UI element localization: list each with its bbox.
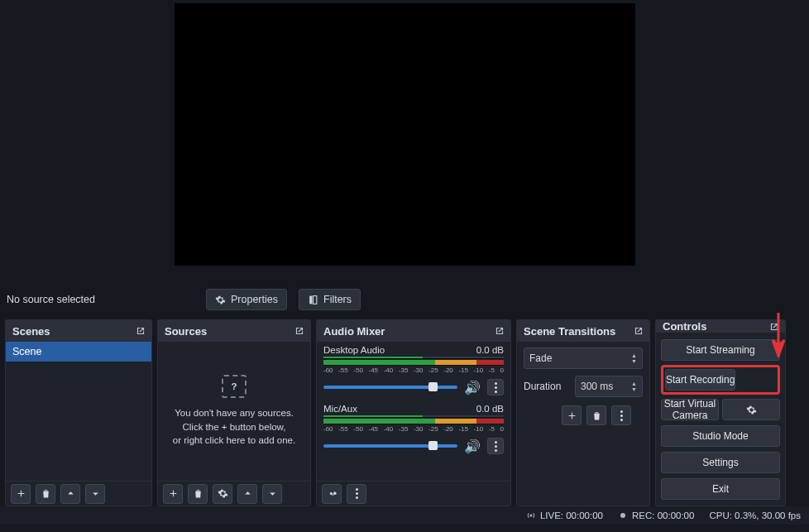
filters-button[interactable]: Filters bbox=[299, 289, 361, 310]
audio-mixer-panel: Audio Mixer Desktop Audio 0.0 dB -60-55-… bbox=[316, 319, 511, 506]
transition-select[interactable]: Fade ▲▼ bbox=[524, 347, 643, 369]
svg-rect-1 bbox=[314, 295, 317, 304]
chevron-up-icon bbox=[65, 488, 76, 499]
mixer-header: Audio Mixer bbox=[317, 320, 510, 342]
channel-level: 0.0 dB bbox=[476, 345, 504, 355]
svg-rect-0 bbox=[309, 295, 312, 304]
preview-canvas[interactable] bbox=[175, 3, 635, 266]
properties-button[interactable]: Properties bbox=[206, 289, 287, 310]
status-live: LIVE: 00:00:00 bbox=[526, 510, 603, 520]
plus-icon bbox=[567, 410, 577, 421]
audio-channel-desktop: Desktop Audio 0.0 dB -60-55-50-45-40-35-… bbox=[317, 342, 510, 400]
source-up-button[interactable] bbox=[237, 484, 257, 504]
number-spinner-icon: ▲▼ bbox=[631, 381, 637, 392]
scenes-header: Scenes bbox=[6, 320, 151, 342]
annotation-highlight: Start Recording bbox=[661, 365, 780, 395]
remove-source-button[interactable] bbox=[188, 484, 208, 504]
source-properties-button[interactable] bbox=[213, 484, 232, 504]
scene-item[interactable]: Scene bbox=[6, 342, 151, 362]
controls-panel: Controls Start Streaming Start Recording… bbox=[655, 319, 786, 506]
sources-footer bbox=[158, 481, 310, 506]
audio-channel-mic: Mic/Aux 0.0 dB -60-55-50-45-40-35-30-25-… bbox=[317, 400, 510, 459]
channel-name: Desktop Audio bbox=[323, 345, 385, 355]
audio-meter: -60-55-50-45-40-35-30-25-20-15-10-50 bbox=[323, 357, 504, 374]
start-recording-button[interactable]: Start Recording bbox=[665, 369, 735, 391]
chevron-up-icon bbox=[242, 488, 253, 499]
mixer-options-button[interactable] bbox=[347, 484, 366, 504]
select-spinner-icon: ▲▼ bbox=[631, 352, 637, 364]
start-virtual-camera-button[interactable]: Start Virtual Camera bbox=[661, 399, 719, 420]
gear-icon bbox=[218, 488, 228, 499]
speaker-icon[interactable]: 🔊 bbox=[464, 380, 481, 395]
add-transition-button[interactable] bbox=[562, 405, 582, 425]
svg-point-2 bbox=[620, 513, 625, 518]
mixer-body: Desktop Audio 0.0 dB -60-55-50-45-40-35-… bbox=[317, 342, 510, 481]
gear-icon bbox=[215, 295, 226, 305]
popout-icon[interactable] bbox=[135, 325, 146, 337]
transitions-panel: Scene Transitions Fade ▲▼ Duration 300 m… bbox=[516, 319, 650, 506]
channel-options-button[interactable] bbox=[487, 379, 504, 395]
scene-up-button[interactable] bbox=[60, 484, 80, 504]
status-bar: LIVE: 00:00:00 REC: 00:00:00 CPU: 0.3%, … bbox=[0, 506, 809, 525]
broadcast-icon bbox=[526, 510, 536, 520]
scenes-footer bbox=[6, 481, 151, 506]
remove-scene-button[interactable] bbox=[36, 484, 55, 504]
channel-level: 0.0 dB bbox=[476, 404, 504, 414]
settings-button[interactable]: Settings bbox=[661, 452, 780, 473]
gear-small-icon bbox=[327, 488, 337, 499]
plus-icon bbox=[16, 488, 26, 499]
mixer-footer bbox=[317, 481, 510, 506]
controls-header: Controls bbox=[656, 320, 785, 333]
record-icon bbox=[618, 510, 628, 520]
sources-panel: Sources ? You don't have any sources. Cl… bbox=[157, 319, 311, 506]
channel-name: Mic/Aux bbox=[323, 404, 357, 414]
scene-down-button[interactable] bbox=[85, 484, 105, 504]
docks-row: Scenes Scene Sources ? You don't have an… bbox=[0, 316, 809, 506]
advanced-audio-button[interactable] bbox=[322, 484, 342, 504]
studio-mode-button[interactable]: Studio Mode bbox=[661, 425, 780, 447]
transitions-header: Scene Transitions bbox=[517, 320, 649, 342]
volume-slider[interactable] bbox=[323, 386, 457, 389]
trash-icon bbox=[193, 488, 203, 499]
popout-icon[interactable] bbox=[633, 325, 644, 337]
chevron-down-icon bbox=[267, 488, 278, 499]
add-scene-button[interactable] bbox=[11, 484, 31, 504]
popout-icon[interactable] bbox=[294, 325, 305, 337]
speaker-icon[interactable]: 🔊 bbox=[464, 439, 481, 454]
source-toolbar: No source selected Properties Filters bbox=[0, 283, 809, 316]
exit-button[interactable]: Exit bbox=[661, 478, 780, 500]
status-cpu: CPU: 0.3%, 30.00 fps bbox=[709, 510, 801, 520]
trash-icon bbox=[591, 410, 602, 421]
no-source-label: No source selected bbox=[7, 294, 194, 305]
chevron-down-icon bbox=[90, 488, 101, 499]
preview-area bbox=[0, 0, 809, 283]
sources-empty: ? You don't have any sources. Click the … bbox=[158, 342, 310, 481]
duration-label: Duration bbox=[524, 381, 568, 392]
transition-options-button[interactable] bbox=[611, 405, 631, 425]
scenes-panel: Scenes Scene bbox=[5, 319, 152, 506]
popout-icon[interactable] bbox=[494, 325, 505, 337]
volume-slider[interactable] bbox=[323, 444, 457, 448]
sources-list[interactable]: ? You don't have any sources. Click the … bbox=[158, 342, 310, 481]
scenes-list[interactable]: Scene bbox=[6, 342, 151, 481]
add-source-button[interactable] bbox=[163, 484, 183, 504]
channel-options-button[interactable] bbox=[487, 438, 504, 454]
duration-input[interactable]: 300 ms ▲▼ bbox=[575, 376, 643, 397]
unknown-icon: ? bbox=[222, 375, 247, 398]
source-down-button[interactable] bbox=[262, 484, 282, 504]
popout-icon[interactable] bbox=[768, 321, 780, 333]
plus-icon bbox=[168, 488, 179, 499]
audio-meter: -60-55-50-45-40-35-30-25-20-15-10-50 bbox=[323, 415, 504, 433]
gear-icon bbox=[746, 405, 757, 415]
sources-header: Sources bbox=[158, 320, 310, 342]
remove-transition-button[interactable] bbox=[586, 405, 606, 425]
start-streaming-button[interactable]: Start Streaming bbox=[661, 339, 780, 361]
trash-icon bbox=[41, 488, 51, 499]
virtual-camera-settings-button[interactable] bbox=[722, 399, 780, 420]
status-rec: REC: 00:00:00 bbox=[618, 510, 694, 520]
filters-icon bbox=[308, 295, 318, 305]
